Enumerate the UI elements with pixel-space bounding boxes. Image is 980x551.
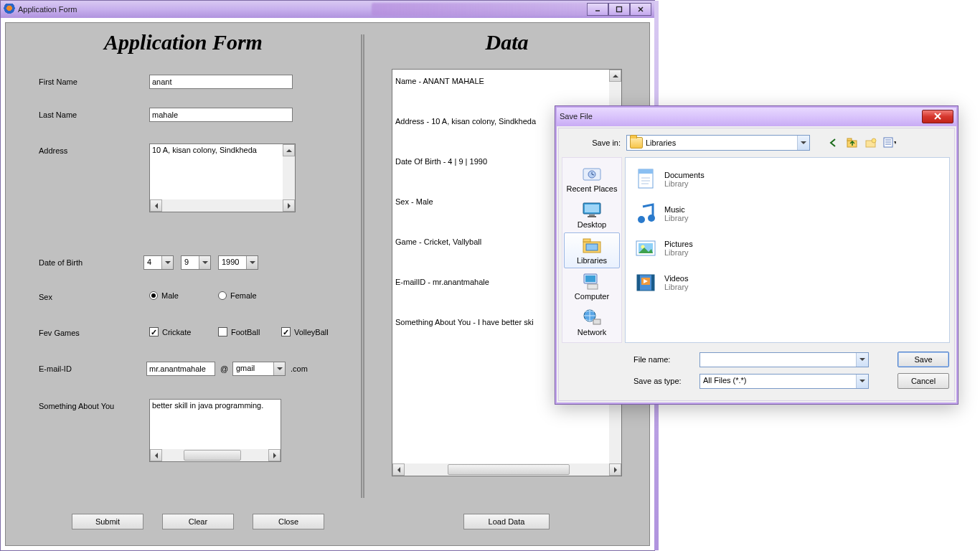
place-desktop[interactable]: Desktop [564,197,620,232]
radio-female[interactable]: Female [218,291,257,300]
save-type-select[interactable]: All Files (*.*) [699,374,869,389]
file-name-input[interactable] [699,352,869,367]
item-documents[interactable]: DocumentsLibrary [628,164,779,195]
svg-rect-24 [585,276,595,282]
svg-rect-17 [585,204,599,212]
dob-month-select[interactable]: 9 [181,255,211,270]
label-at: @ [220,364,228,373]
dialog-toolbar: Save in: Libraries [559,133,954,153]
svg-rect-21 [583,239,590,242]
data-hscroll[interactable] [392,463,621,476]
clear-button[interactable]: Clear [162,514,234,529]
item-pictures[interactable]: PicturesLibrary [628,232,779,264]
client-area: Application Form First Name Last Name Ad… [5,22,650,546]
svg-rect-1 [617,7,622,12]
titlebar: Application Form [1,1,654,18]
back-icon[interactable] [827,136,840,149]
item-videos[interactable]: VideosLibrary [628,267,779,298]
dialog-close-button[interactable] [922,110,953,123]
java-icon [4,4,15,15]
load-data-button[interactable]: Load Data [463,514,550,529]
label-email: E-mail-ID [39,364,72,373]
item-music[interactable]: MusicLibrary [628,198,779,230]
place-computer[interactable]: Computer [564,268,620,304]
up-folder-icon[interactable] [846,136,859,149]
label-address: Address [39,146,67,155]
window-title: Application Form [18,5,336,14]
submit-button[interactable]: Submit [72,514,143,529]
place-recent[interactable]: Recent Places [564,161,620,197]
last-name-input[interactable] [149,108,293,122]
dob-day-select[interactable]: 4 [143,255,174,270]
svg-point-34 [648,215,655,222]
dialog-bottom: File name: Save Save as type: All Files … [559,349,954,396]
about-hscroll[interactable] [150,449,281,461]
about-wrap: better skill in java programming. [149,399,281,462]
email-user-input[interactable] [146,362,215,376]
cancel-button[interactable]: Cancel [897,373,949,389]
svg-rect-27 [593,319,600,324]
svg-point-33 [638,216,645,223]
svg-rect-29 [639,169,653,174]
svg-rect-7 [847,138,852,141]
file-name-label: File name: [559,355,699,364]
label-sex: Sex [39,293,52,301]
label-last-name: Last Name [39,110,77,119]
titlebar-blur [372,3,587,16]
maximize-button[interactable] [608,3,630,16]
radio-male[interactable]: Male [149,291,179,300]
dialog-title: Save File [560,112,922,121]
data-heading: Data [364,30,649,55]
check-cricket[interactable]: Crickate [149,327,191,336]
close-button[interactable]: Close [253,514,324,529]
svg-point-9 [872,138,876,143]
check-football[interactable]: FootBall [218,327,260,336]
svg-rect-19 [588,216,596,217]
svg-rect-18 [589,215,595,216]
svg-rect-22 [586,244,598,250]
save-type-label: Save as type: [559,377,699,385]
place-network[interactable]: Network [564,304,620,340]
minimize-button[interactable] [587,3,608,16]
address-vscroll[interactable] [283,144,295,199]
form-heading: Application Form [6,30,361,55]
close-window-button[interactable] [630,3,651,16]
place-libraries[interactable]: Libraries [564,232,620,268]
address-wrap: 10 A, kisan colony, Sindkheda [149,143,296,212]
label-games: Fev Games [39,329,80,337]
first-name-input[interactable] [149,75,293,89]
svg-rect-39 [637,275,640,291]
label-dotcom: .com [291,364,308,373]
svg-rect-25 [588,284,598,289]
check-volleyball[interactable]: VolleyBall [281,327,329,336]
dialog-body: Save in: Libraries Recent Places Desktop [558,128,955,401]
save-button[interactable]: Save [897,352,949,367]
label-first-name: First Name [39,77,77,86]
dob-year-select[interactable]: 1990 [218,255,258,270]
address-hscroll[interactable] [150,199,295,212]
form-panel: Application Form First Name Last Name Ad… [6,23,361,498]
label-dob: Date of Birth [39,258,83,267]
save-in-select[interactable]: Libraries [626,135,810,151]
save-dialog: Save File Save in: Libraries Recent Plac… [555,105,958,405]
new-folder-icon[interactable] [864,136,877,149]
about-textarea[interactable]: better skill in java programming. [150,400,281,449]
dialog-titlebar: Save File [555,106,958,126]
file-list[interactable]: DocumentsLibrary MusicLibrary PicturesLi… [625,157,950,343]
address-textarea[interactable]: 10 A, kisan colony, Sindkheda [150,144,283,199]
folder-icon [630,137,643,149]
save-in-label: Save in: [559,138,626,147]
svg-rect-40 [651,275,654,291]
places-bar: Recent Places Desktop Libraries Computer… [562,157,622,343]
email-domain-select[interactable]: gmail [232,362,286,376]
view-menu-icon[interactable] [883,136,896,149]
label-about: Something About You [39,402,114,410]
